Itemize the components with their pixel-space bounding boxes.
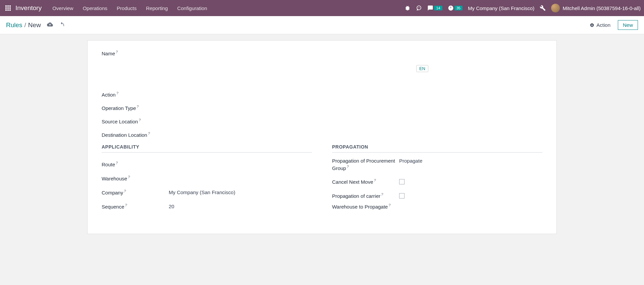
user-menu[interactable]: Mitchell Admin (50387594-16-0-all) [551, 4, 641, 12]
help-icon[interactable]: ? [116, 91, 118, 95]
applicability-section: APPLICABILITY Route? Warehouse? Company?… [102, 144, 312, 220]
help-icon[interactable]: ? [116, 161, 118, 165]
applicability-title: APPLICABILITY [102, 144, 312, 153]
help-icon[interactable]: ? [381, 192, 383, 196]
propagation-group-label: Propagation of Procurement Group [332, 158, 395, 171]
topbar: Inventory Overview Operations Products R… [0, 0, 644, 16]
warehouse-propagate-label: Warehouse to Propagate [332, 204, 388, 210]
topbar-left: Inventory Overview Operations Products R… [3, 3, 212, 13]
phone-icon[interactable] [416, 5, 422, 11]
avatar [551, 4, 560, 12]
help-icon[interactable]: ? [137, 105, 139, 109]
propagation-title: PROPAGATION [332, 144, 542, 153]
apps-launcher-icon[interactable] [3, 3, 13, 13]
nav-overview[interactable]: Overview [48, 5, 78, 11]
breadcrumb-row: Rules / New Action New [0, 16, 644, 34]
svg-point-1 [419, 8, 420, 8]
tools-icon[interactable] [540, 5, 546, 11]
nav-configuration[interactable]: Configuration [172, 5, 212, 11]
source-location-label: Source Location [102, 119, 138, 124]
sequence-value[interactable]: 20 [169, 204, 174, 209]
nav-operations[interactable]: Operations [78, 5, 112, 11]
help-icon[interactable]: ? [124, 189, 126, 193]
route-label: Route [102, 162, 115, 167]
topbar-right: 14 35 My Company (San Francisco) Mitchel… [405, 4, 641, 12]
propagation-carrier-label: Propagation of carrier [332, 193, 380, 199]
destination-location-label: Destination Location [102, 132, 147, 138]
help-icon[interactable]: ? [125, 203, 127, 207]
app-brand[interactable]: Inventory [15, 4, 42, 12]
svg-point-2 [420, 8, 420, 8]
cancel-next-move-label: Cancel Next Move [332, 179, 373, 185]
messages-badge: 14 [434, 6, 442, 10]
help-icon[interactable]: ? [374, 178, 376, 182]
operation-type-label: Operation Type [102, 105, 136, 111]
help-icon[interactable]: ? [388, 203, 390, 207]
form-sheet: Name? EN Action? Operation Type? Source … [87, 40, 557, 234]
new-button[interactable]: New [618, 20, 638, 30]
user-name-label: Mitchell Admin (50387594-16-0-all) [562, 5, 641, 11]
sequence-label: Sequence [102, 204, 124, 210]
nav-products[interactable]: Products [112, 5, 141, 11]
name-label: Name [102, 51, 115, 56]
breadcrumb-current: New [28, 21, 41, 29]
activities-icon[interactable]: 35 [448, 5, 463, 11]
action-label: Action [596, 22, 610, 28]
company-switcher[interactable]: My Company (San Francisco) [468, 5, 534, 11]
breadcrumb-root[interactable]: Rules [6, 21, 22, 29]
propagation-section: PROPAGATION Propagation of Procurement G… [332, 144, 542, 220]
discard-icon[interactable] [59, 21, 65, 28]
propagation-carrier-checkbox[interactable] [399, 193, 405, 198]
company-label: Company [102, 190, 123, 195]
help-icon[interactable]: ? [128, 175, 130, 179]
svg-point-0 [418, 8, 419, 8]
cancel-next-move-checkbox[interactable] [399, 179, 405, 184]
action-label: Action [102, 92, 116, 98]
nav-reporting[interactable]: Reporting [141, 5, 172, 11]
messages-icon[interactable]: 14 [427, 5, 442, 11]
help-icon[interactable]: ? [116, 50, 118, 54]
language-badge[interactable]: EN [416, 65, 428, 72]
cloud-save-icon[interactable] [47, 21, 53, 28]
help-icon[interactable]: ? [347, 165, 349, 169]
company-value[interactable]: My Company (San Francisco) [169, 189, 235, 195]
propagation-group-value[interactable]: Propagate [399, 157, 422, 164]
breadcrumb-sep: / [24, 21, 26, 29]
gear-icon [590, 23, 594, 27]
name-input[interactable] [102, 60, 542, 74]
action-dropdown[interactable]: Action [586, 20, 614, 30]
bug-icon[interactable] [405, 5, 411, 11]
activities-badge: 35 [454, 6, 463, 10]
help-icon[interactable]: ? [139, 118, 141, 122]
warehouse-label: Warehouse [102, 176, 127, 181]
help-icon[interactable]: ? [148, 131, 150, 135]
